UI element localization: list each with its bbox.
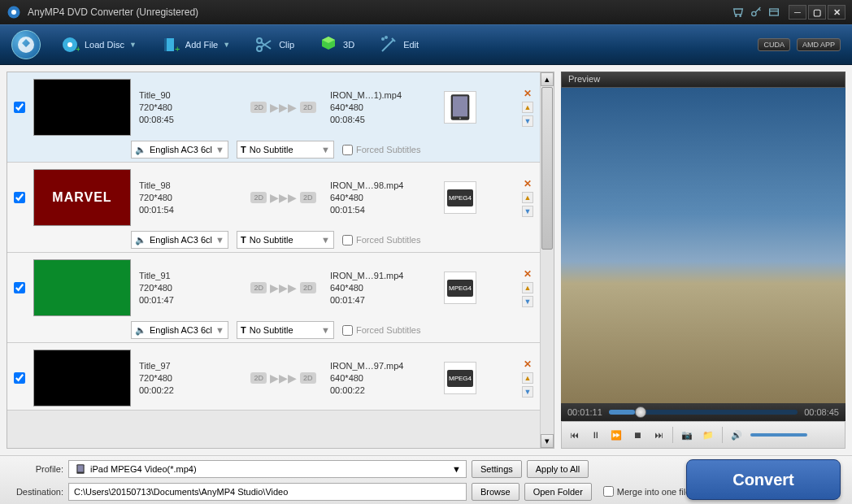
- list-row[interactable]: Title_97 720*480 00:00:22 2D ▶▶▶ 2D IRON…: [7, 343, 540, 411]
- 3d-button[interactable]: 3D: [314, 32, 359, 58]
- convert-arrow: 2D ▶▶▶ 2D: [245, 191, 322, 204]
- merge-checkbox[interactable]: Merge into one file: [603, 486, 691, 497]
- row-checkbox[interactable]: [14, 372, 25, 384]
- out-name: IRON_M…1).mp4: [330, 90, 436, 100]
- load-disc-button[interactable]: + Load Disc ▼: [55, 32, 141, 58]
- subtitle-dropdown[interactable]: T No Subtitle ▼: [237, 141, 334, 159]
- source-info: Title_90 720*480 00:08:45: [139, 90, 237, 124]
- snapshot-button[interactable]: 📷: [680, 428, 694, 442]
- move-down-button[interactable]: ▼: [522, 115, 533, 127]
- scroll-up-button[interactable]: ▴: [541, 72, 554, 86]
- preview-video[interactable]: [561, 88, 845, 403]
- out-name: IRON_M…91.mp4: [330, 271, 436, 280]
- profile-dropdown[interactable]: iPad MPEG4 Video(*.mp4) ▼: [68, 460, 467, 478]
- cart-icon[interactable]: [732, 6, 745, 19]
- forced-subtitles-checkbox[interactable]: Forced Subtitles: [342, 235, 420, 245]
- add-file-button[interactable]: + Add File ▼: [156, 32, 235, 58]
- device-profile-icon[interactable]: MPEG4: [444, 272, 476, 304]
- forced-subtitles-checkbox[interactable]: Forced Subtitles: [342, 325, 420, 336]
- device-profile-icon[interactable]: [444, 91, 476, 124]
- scroll-thumb[interactable]: [541, 87, 553, 250]
- dest-field[interactable]: C:\Users\20150713\Documents\AnyMP4 Studi…: [68, 483, 467, 501]
- load-disc-label: Load Disc: [85, 40, 124, 50]
- text-icon: T: [241, 325, 246, 335]
- wand-icon: [379, 35, 398, 54]
- arrow-icon: ▶▶▶: [270, 191, 297, 204]
- src-res: 720*480: [139, 102, 237, 112]
- list-row[interactable]: Title_91 720*480 00:01:47 2D ▶▶▶ 2D IRON…: [7, 253, 540, 343]
- browse-button[interactable]: Browse: [472, 483, 519, 501]
- arrow-icon: ▶▶▶: [270, 281, 297, 294]
- row-checkbox[interactable]: [14, 192, 25, 203]
- key-icon[interactable]: [750, 6, 763, 19]
- move-up-button[interactable]: ▲: [522, 282, 533, 293]
- 2d-tag: 2D: [300, 372, 316, 384]
- device-icon: [74, 463, 87, 475]
- audio-dropdown[interactable]: 🔈 English AC3 6cl ▼: [131, 141, 228, 159]
- clip-button[interactable]: Clip: [250, 32, 299, 58]
- film-plus-icon: +: [161, 35, 180, 54]
- cuda-badge: CUDA: [758, 38, 790, 51]
- remove-row-button[interactable]: ✕: [522, 88, 533, 99]
- 2d-tag: 2D: [300, 192, 316, 203]
- apply-all-button[interactable]: Apply to All: [527, 460, 589, 478]
- add-file-label: Add File: [185, 40, 218, 50]
- move-down-button[interactable]: ▼: [522, 386, 533, 398]
- move-down-button[interactable]: ▼: [522, 206, 533, 217]
- volume-icon[interactable]: 🔊: [729, 428, 744, 442]
- scroll-down-button[interactable]: ▾: [541, 434, 554, 448]
- remove-row-button[interactable]: ✕: [522, 178, 533, 189]
- merge-checkbox-input[interactable]: [603, 486, 614, 497]
- pause-button[interactable]: ⏸: [588, 428, 602, 442]
- subtitle-dropdown[interactable]: T No Subtitle ▼: [237, 231, 334, 249]
- folder-button[interactable]: 📁: [701, 428, 715, 442]
- menu-icon[interactable]: [767, 6, 780, 19]
- prev-button[interactable]: ⏮: [567, 428, 581, 442]
- move-up-button[interactable]: ▲: [522, 102, 533, 113]
- out-dur: 00:00:22: [330, 385, 436, 395]
- out-name: IRON_M…97.mp4: [330, 361, 436, 371]
- window-title: AnyMP4 DVD Converter (Unregistered): [28, 7, 732, 18]
- audio-value: English AC3 6cl: [150, 325, 212, 335]
- close-button[interactable]: ✕: [828, 5, 845, 20]
- scrollbar[interactable]: ▴ ▾: [540, 72, 554, 448]
- convert-button[interactable]: Convert: [686, 459, 841, 500]
- list-row[interactable]: MARVEL Title_98 720*480 00:01:54 2D ▶▶▶ …: [7, 163, 540, 253]
- forced-checkbox-input[interactable]: [342, 145, 353, 155]
- preview-header: Preview: [561, 72, 845, 88]
- svg-point-1: [11, 10, 16, 15]
- move-up-button[interactable]: ▲: [522, 192, 533, 203]
- open-folder-button[interactable]: Open Folder: [524, 483, 592, 501]
- play-button[interactable]: ⏩: [609, 428, 624, 442]
- settings-button[interactable]: Settings: [472, 460, 522, 478]
- edit-button[interactable]: Edit: [374, 32, 424, 58]
- remove-row-button[interactable]: ✕: [522, 268, 533, 280]
- audio-dropdown[interactable]: 🔈 English AC3 6cl ▼: [131, 231, 228, 249]
- move-up-button[interactable]: ▲: [522, 372, 533, 384]
- list-row[interactable]: Title_90 720*480 00:08:45 2D ▶▶▶ 2D IRON…: [7, 72, 540, 163]
- move-down-button[interactable]: ▼: [522, 296, 533, 307]
- row-checkbox[interactable]: [14, 102, 25, 113]
- volume-slider[interactable]: [750, 433, 807, 437]
- text-icon: T: [241, 145, 246, 154]
- subtitle-dropdown[interactable]: T No Subtitle ▼: [237, 321, 334, 339]
- minimize-button[interactable]: ─: [789, 5, 806, 20]
- forced-checkbox-input[interactable]: [342, 235, 353, 245]
- svg-point-13: [385, 37, 387, 38]
- output-info: IRON_M…91.mp4 640*480 00:01:47: [330, 271, 436, 305]
- out-res: 640*480: [330, 193, 436, 202]
- forced-subtitles-checkbox[interactable]: Forced Subtitles: [342, 145, 420, 155]
- device-profile-icon[interactable]: MPEG4: [444, 181, 476, 214]
- seek-slider[interactable]: [609, 410, 798, 415]
- stop-button[interactable]: ⏹: [630, 428, 645, 442]
- device-profile-icon[interactable]: MPEG4: [444, 362, 476, 394]
- remove-row-button[interactable]: ✕: [522, 358, 533, 370]
- forced-checkbox-input[interactable]: [342, 325, 353, 336]
- next-button[interactable]: ⏭: [651, 428, 666, 442]
- row-checkbox[interactable]: [14, 282, 25, 293]
- preview-timeline: 00:01:11 00:08:45: [561, 403, 845, 421]
- audio-dropdown[interactable]: 🔈 English AC3 6cl ▼: [131, 321, 228, 339]
- preview-pane: Preview 00:01:11 00:08:45 ⏮ ⏸ ⏩ ⏹ ⏭ 📷 📁 …: [561, 72, 845, 449]
- chevron-down-icon: ▼: [215, 235, 224, 245]
- maximize-button[interactable]: ▢: [808, 5, 826, 20]
